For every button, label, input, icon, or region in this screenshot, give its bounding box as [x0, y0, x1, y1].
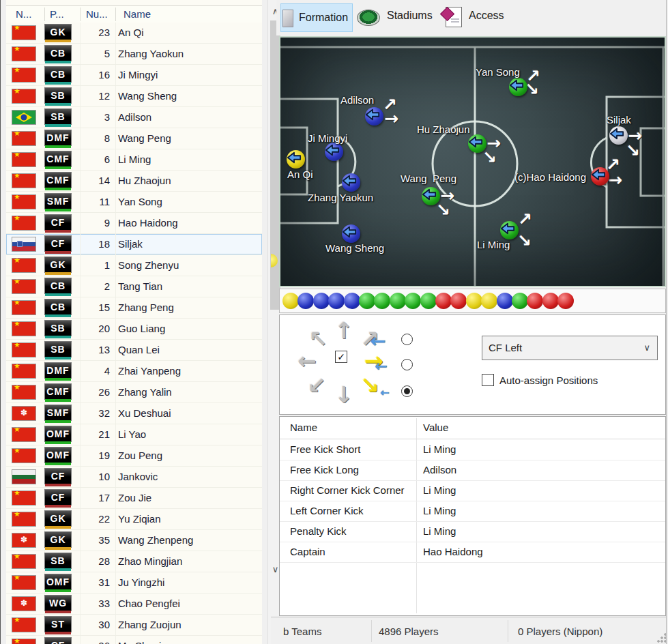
access-icon: [446, 7, 462, 27]
position-cell: GK: [44, 23, 72, 43]
pad-arrow-up[interactable]: ↑: [334, 319, 353, 342]
position-dropdown[interactable]: CF Left ∨: [482, 336, 658, 360]
column-header-position[interactable]: P...: [50, 8, 64, 20]
kv-row[interactable]: Right Corner Kick CornerLi Ming: [280, 480, 665, 501]
reserve-ball[interactable]: [512, 293, 528, 309]
direction-pad-checkbox[interactable]: ✓: [335, 351, 347, 363]
table-row[interactable]: CF17Zou Jie: [6, 488, 262, 509]
table-row[interactable]: GK22Yu Ziqian: [6, 509, 262, 530]
tab-formation[interactable]: Formation: [280, 3, 353, 32]
arrow-size-radio[interactable]: [401, 359, 413, 370]
si-flag-icon: [12, 237, 36, 252]
reserve-ball[interactable]: [557, 293, 574, 309]
reserve-ball[interactable]: [497, 293, 513, 309]
tab-stadiums-label: Stadiums: [387, 10, 433, 22]
kv-row[interactable]: Free Kick ShortLi Ming: [280, 439, 665, 460]
table-row[interactable]: CB15Zhang Peng: [6, 297, 262, 319]
pitch-player-hu-zhaojun[interactable]: [468, 134, 487, 153]
number-cell: 21: [77, 424, 110, 445]
table-row[interactable]: OMF21Li Yao: [6, 424, 262, 445]
pitch-player-an-qi[interactable]: [287, 150, 305, 169]
resize-grip[interactable]: [657, 633, 667, 643]
arrow-size-radio[interactable]: [401, 385, 413, 397]
table-row[interactable]: CF36Ma Shuai: [6, 636, 262, 644]
table-row[interactable]: SMF11Yan Song: [6, 192, 262, 213]
table-row[interactable]: DMF8Wang Peng: [6, 128, 262, 149]
table-row[interactable]: CB16Ji Mingyi: [6, 65, 262, 86]
reserve-ball[interactable]: [282, 293, 299, 309]
table-row[interactable]: SMF32Xu Deshuai: [6, 403, 262, 424]
column-header-name[interactable]: Name: [124, 8, 151, 20]
table-row[interactable]: CB2Tang Tian: [6, 276, 262, 297]
pitch-player-adilson[interactable]: [365, 107, 383, 126]
table-row[interactable]: CMF26Zhang Yalin: [6, 382, 262, 403]
kv-row-value: Hao Haidong: [423, 546, 483, 557]
table-row[interactable]: CF9Hao Haidong: [6, 213, 262, 234]
kv-row[interactable]: Penalty KickLi Ming: [280, 521, 665, 542]
reserve-ball[interactable]: [313, 293, 330, 309]
reserve-ball[interactable]: [328, 293, 345, 309]
pad-arrow-left[interactable]: ←: [297, 349, 317, 372]
table-row[interactable]: DMF4Zhai Yanpeng: [6, 361, 262, 382]
pitch-player-yan-song[interactable]: [509, 78, 527, 96]
auto-assign-checkbox[interactable]: [482, 374, 494, 386]
position-cell: SB: [44, 551, 72, 572]
column-divider: [115, 192, 116, 212]
reserve-ball[interactable]: [344, 293, 360, 309]
table-row[interactable]: SB28Zhao Mingjian: [6, 551, 262, 572]
pitch-player-ji-mingyi[interactable]: [325, 143, 343, 161]
reserve-ball[interactable]: [405, 293, 421, 309]
table-row[interactable]: SB3Adilson: [6, 107, 262, 128]
column-header-nation[interactable]: N...: [16, 8, 31, 20]
position-badge: GK: [44, 510, 72, 527]
kv-row[interactable]: CaptainHao Haidong: [280, 542, 665, 563]
position-badge-underline: [45, 61, 71, 63]
table-row[interactable]: SB20Guo Liang: [6, 319, 262, 340]
table-row[interactable]: GK23An Qi: [6, 23, 262, 44]
table-row[interactable]: OMF19Zou Peng: [6, 445, 262, 467]
pad-arrow-down[interactable]: ↓: [334, 383, 353, 406]
pad-arrow-down-right[interactable]: ↘: [360, 374, 379, 396]
kv-row[interactable]: Free Kick LongAdilson: [280, 460, 665, 481]
table-row[interactable]: SB12Wang Sheng: [6, 86, 262, 107]
table-row[interactable]: SB13Quan Lei: [6, 340, 262, 361]
arrow-size-radio[interactable]: [401, 334, 413, 345]
position-cell: CB: [44, 65, 72, 85]
table-row[interactable]: WG33Chao Pengfei: [6, 594, 262, 615]
table-row[interactable]: CMF6Li Ming: [6, 149, 262, 171]
reserve-ball[interactable]: [435, 293, 452, 309]
table-row[interactable]: GK1Song Zhenyu: [6, 255, 262, 276]
table-row[interactable]: CB5Zhang Yaokun: [6, 44, 262, 65]
reserve-ball[interactable]: [527, 293, 543, 309]
pad-arrow-down-left[interactable]: ↙: [307, 374, 326, 396]
table-row[interactable]: CF10Jankovic: [6, 467, 262, 488]
table-row[interactable]: OMF31Ju Yingzhi: [6, 572, 262, 594]
pitch-player-siljak[interactable]: [609, 126, 628, 145]
reserve-ball[interactable]: [390, 293, 406, 309]
table-row[interactable]: GK35Wang Zhenpeng: [6, 530, 262, 551]
nation-cell: [12, 424, 36, 445]
formation-pitch[interactable]: An QiJi MingyiZhang YaokunWang Sheng↗→Ad…: [279, 36, 666, 287]
pitch-player-wang-peng[interactable]: [422, 187, 440, 205]
position-cell: OMF: [44, 445, 72, 466]
pitch-player-zhang-yaokun[interactable]: [342, 173, 360, 192]
pitch-player-wang-sheng[interactable]: [342, 224, 360, 243]
reserve-ball[interactable]: [374, 293, 390, 309]
pitch-player-hao-haidong[interactable]: [591, 167, 609, 186]
reserve-ball[interactable]: [542, 293, 559, 309]
reserve-ball[interactable]: [420, 293, 437, 309]
reserve-ball[interactable]: [481, 293, 497, 309]
column-header-number[interactable]: Nu...: [86, 8, 108, 20]
table-row[interactable]: CMF14Hu Zhaojun: [6, 171, 262, 192]
reserve-ball[interactable]: [297, 293, 314, 309]
reserve-ball[interactable]: [466, 293, 482, 309]
player-list: N... P... Nu... Name GK23An QiCB5Zhang Y…: [1, 0, 262, 644]
kv-row[interactable]: Left Corner KickLi Ming: [280, 501, 665, 522]
table-row[interactable]: ST30Zhang Zuojun: [6, 615, 262, 636]
table-row[interactable]: CF18Siljak: [6, 234, 262, 255]
tab-access-label: Access: [469, 10, 504, 22]
reserve-ball[interactable]: [359, 293, 375, 309]
reserve-ball[interactable]: [450, 293, 467, 309]
pitch-player-label: Adilson: [340, 94, 374, 106]
pitch-player-li-ming[interactable]: [500, 221, 519, 239]
